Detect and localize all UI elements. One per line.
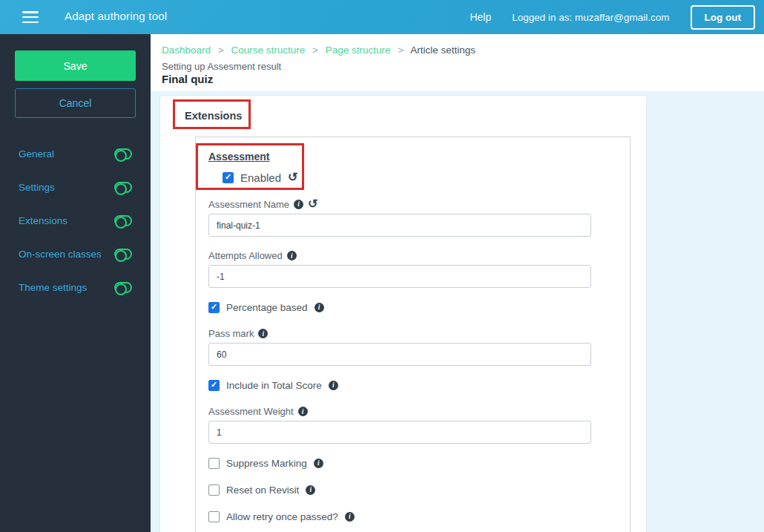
info-icon[interactable]: i	[294, 200, 303, 209]
assessment-weight-input[interactable]	[208, 421, 591, 444]
pass-mark-field: Pass mark i	[208, 328, 590, 366]
include-in-total-score-checkbox[interactable]	[208, 380, 220, 391]
toggle-icon[interactable]	[114, 182, 132, 193]
breadcrumb-link-course-structure[interactable]: Course structure	[231, 45, 305, 56]
percentage-based-label: Percentage based	[226, 302, 308, 313]
sidebar-item-theme-settings[interactable]: Theme settings	[0, 278, 151, 297]
breadcrumb-header: Dashboard > Course structure > Page stru…	[151, 34, 764, 91]
breadcrumb-current: Article settings	[410, 45, 475, 56]
breadcrumb: Dashboard > Course structure > Page stru…	[162, 45, 764, 56]
help-link[interactable]: Help	[470, 11, 491, 23]
breadcrumb-link-dashboard[interactable]: Dashboard	[162, 45, 211, 56]
app-title: Adapt authoring tool	[65, 10, 167, 22]
attempts-allowed-label: Attempts Allowed	[208, 250, 283, 261]
info-icon[interactable]: i	[306, 485, 315, 495]
allow-retry-once-passed-row: Allow retry once passed? i	[208, 510, 590, 522]
percentage-based-checkbox[interactable]	[208, 302, 220, 313]
assessment-name-input[interactable]	[208, 214, 591, 237]
suppress-marking-row: Suppress Marking i	[208, 457, 590, 469]
info-icon[interactable]: i	[287, 251, 297, 260]
info-icon[interactable]: i	[329, 381, 338, 390]
attempts-allowed-field: Attempts Allowed i	[208, 250, 590, 288]
allow-retry-once-passed-checkbox[interactable]	[208, 511, 220, 522]
suppress-marking-label: Suppress Marking	[226, 458, 307, 469]
info-icon[interactable]: i	[345, 512, 355, 522]
field-label: Attempts Allowed i	[208, 250, 590, 261]
hamburger-menu-icon[interactable]	[22, 11, 39, 23]
sidebar-item-extensions[interactable]: Extensions	[0, 211, 151, 230]
sidebar-item-label: Extensions	[19, 215, 67, 226]
reset-on-revisit-label: Reset on Revisit	[226, 485, 299, 496]
enabled-row: Enabled ↺	[223, 171, 590, 183]
content-area: Dashboard > Course structure > Page stru…	[151, 34, 764, 532]
logged-in-text: Logged in as: muzaffar@gmail.com	[512, 12, 669, 23]
toggle-icon[interactable]	[114, 282, 132, 293]
page-title: Final quiz	[162, 73, 764, 85]
toggle-icon[interactable]	[114, 249, 132, 260]
assessment-weight-field: Assessment Weight i	[208, 406, 590, 444]
field-label: Assessment Name i ↺	[208, 198, 590, 210]
enabled-label: Enabled	[240, 171, 281, 184]
extensions-section-title: Extensions	[185, 110, 242, 122]
assessment-weight-label: Assessment Weight	[208, 406, 294, 417]
settings-card: Extensions Assessment Enabled ↺ Assessme…	[159, 95, 647, 532]
include-in-total-score-label: Include in Total Score	[226, 380, 322, 391]
sidebar-item-label: General	[19, 148, 54, 160]
enabled-checkbox[interactable]	[223, 172, 234, 183]
sidebar-item-on-screen-classes[interactable]: On-screen classes	[0, 245, 151, 263]
suppress-marking-checkbox[interactable]	[208, 458, 220, 469]
sidebar-nav: General Settings Extensions On-screen cl…	[0, 145, 151, 312]
breadcrumb-separator: >	[312, 45, 318, 56]
undo-icon[interactable]: ↺	[308, 198, 317, 210]
reset-on-revisit-checkbox[interactable]	[208, 485, 220, 496]
top-bar: Adapt authoring tool Help Logged in as: …	[0, 0, 764, 34]
percentage-based-row: Percentage based i	[208, 301, 590, 313]
assessment-fieldset: Assessment Enabled ↺ Assessment Name i ↺	[195, 137, 630, 532]
toggle-icon[interactable]	[114, 148, 132, 160]
breadcrumb-separator: >	[398, 45, 404, 56]
breadcrumb-separator: >	[218, 45, 224, 56]
assessment-group-title: Assessment	[208, 151, 270, 162]
breadcrumb-link-page-structure[interactable]: Page structure	[326, 45, 391, 56]
assessment-name-field: Assessment Name i ↺	[208, 198, 590, 237]
info-icon[interactable]: i	[258, 329, 268, 338]
include-in-total-score-row: Include in Total Score i	[208, 379, 590, 391]
logout-button[interactable]: Log out	[691, 5, 755, 30]
allow-retry-once-passed-label: Allow retry once passed?	[226, 511, 338, 522]
sidebar-item-label: On-screen classes	[19, 249, 102, 260]
field-label: Pass mark i	[208, 328, 590, 339]
info-icon[interactable]: i	[315, 303, 324, 312]
sidebar-item-label: Theme settings	[19, 282, 87, 293]
assessment-name-label: Assessment Name	[208, 199, 289, 210]
toggle-icon[interactable]	[114, 215, 132, 226]
info-icon[interactable]: i	[298, 407, 308, 416]
pass-mark-label: Pass mark	[208, 328, 254, 339]
reset-on-revisit-row: Reset on Revisit i	[208, 484, 590, 496]
cancel-button[interactable]: Cancel	[15, 88, 136, 118]
undo-icon[interactable]: ↺	[288, 171, 297, 183]
pass-mark-input[interactable]	[208, 343, 591, 366]
info-icon[interactable]: i	[314, 459, 323, 468]
attempts-allowed-input[interactable]	[208, 265, 591, 288]
sidebar-item-label: Settings	[19, 182, 55, 193]
sidebar-item-settings[interactable]: Settings	[0, 178, 151, 197]
page-subtitle: Setting up Assesment result	[162, 61, 764, 72]
field-label: Assessment Weight i	[208, 406, 590, 417]
sidebar: Save Cancel General Settings Extensions …	[0, 34, 151, 532]
sidebar-item-general[interactable]: General	[0, 145, 151, 163]
main-panel: Extensions Assessment Enabled ↺ Assessme…	[151, 91, 764, 532]
save-button[interactable]: Save	[15, 50, 136, 81]
